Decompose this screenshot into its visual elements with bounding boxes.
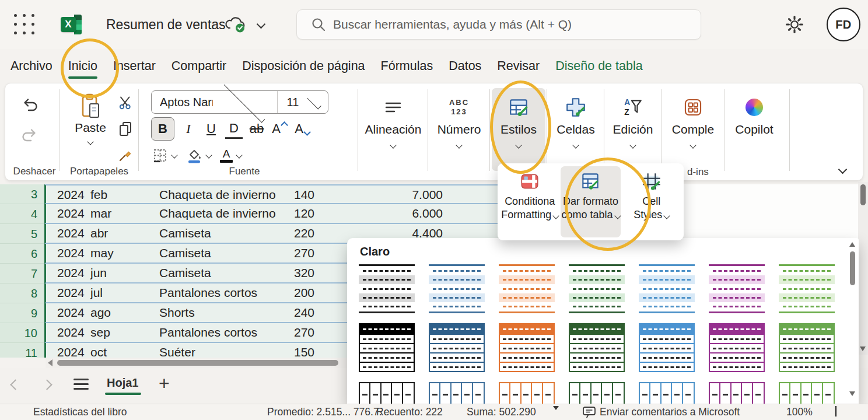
cell-price[interactable]: 7.000: [344, 186, 443, 204]
table-style-light-7[interactable]: [779, 264, 835, 313]
cell-product[interactable]: Camiseta: [159, 244, 211, 262]
table-style-medium-6[interactable]: [709, 323, 765, 372]
ribbon-tab-disposición-de-página[interactable]: Disposición de página: [242, 49, 365, 83]
cell-product[interactable]: Pantalones cortos: [159, 323, 257, 342]
workbook-statistics-button[interactable]: Estadísticas del libro: [33, 406, 127, 418]
row-header-3[interactable]: 3: [0, 184, 44, 204]
table-style-columns-4[interactable]: [569, 382, 625, 404]
add-sheet-button[interactable]: +: [159, 373, 170, 394]
sheet-row-cells[interactable]: 2024marChaqueta de invierno1206.000: [44, 204, 502, 224]
cell-qty[interactable]: 220: [256, 224, 314, 243]
paste-button[interactable]: Paste: [69, 93, 111, 144]
table-style-columns-2[interactable]: [429, 382, 485, 404]
italic-button[interactable]: I: [180, 118, 197, 140]
bold-button[interactable]: B: [151, 117, 174, 141]
gallery-scrollbar-thumb[interactable]: [850, 251, 855, 285]
font-color-button[interactable]: A: [220, 148, 242, 163]
cell-year[interactable]: 2024: [57, 343, 85, 358]
zoom-level[interactable]: 100%: [786, 406, 813, 418]
search-box[interactable]: [296, 9, 701, 40]
cell-year[interactable]: 2024: [57, 323, 85, 342]
scroll-left-arrow-icon[interactable]: [48, 359, 52, 366]
cell-month[interactable]: may: [90, 244, 114, 262]
ribbon-tab-fórmulas[interactable]: Fórmulas: [381, 49, 433, 83]
sheet-row-cells[interactable]: 2024febChaqueta de invierno1407.000: [44, 184, 502, 204]
table-style-light-5[interactable]: [639, 264, 695, 313]
font-name-select[interactable]: Aptos Narrow (Bo...: [152, 91, 278, 113]
scroll-up-arrow-icon[interactable]: [849, 242, 855, 247]
format-as-table-menu-item[interactable]: Dar formato como tabla: [561, 166, 620, 237]
cell-year[interactable]: 2024: [57, 284, 85, 302]
cell-product[interactable]: Camiseta: [159, 264, 211, 282]
redo-button-disabled[interactable]: [20, 127, 39, 144]
cell-year[interactable]: 2024: [57, 244, 85, 262]
editing-group-button[interactable]: A Z Edición: [606, 88, 660, 171]
table-style-light-2[interactable]: [429, 264, 485, 313]
cell-qty[interactable]: 270: [256, 244, 314, 262]
horizontal-scrollbar[interactable]: [46, 358, 347, 368]
settings-gear-icon[interactable]: [785, 15, 804, 36]
row-header-8[interactable]: 8: [0, 284, 44, 303]
underline-button[interactable]: U: [202, 118, 220, 140]
ribbon-tab-inicio[interactable]: Inicio: [68, 49, 97, 83]
cell-year[interactable]: 2024: [57, 204, 85, 223]
table-style-medium-7[interactable]: [779, 323, 835, 372]
copilot-button[interactable]: Copilot: [726, 88, 782, 171]
row-header-9[interactable]: 9: [0, 303, 44, 323]
cell-qty[interactable]: 140: [256, 186, 314, 204]
cell-qty[interactable]: 120: [256, 204, 314, 223]
cell-qty[interactable]: 200: [256, 284, 314, 302]
document-title[interactable]: Resumen de ventas: [106, 17, 226, 33]
table-style-columns-6[interactable]: [709, 382, 765, 404]
row-header-10[interactable]: 10: [0, 323, 44, 343]
borders-button[interactable]: [152, 148, 177, 163]
row-header-11[interactable]: 11: [0, 343, 44, 358]
format-painter-button[interactable]: [118, 148, 133, 165]
cell-month[interactable]: abr: [90, 224, 108, 243]
table-style-light-4[interactable]: [569, 264, 625, 313]
ribbon-tab-revisar[interactable]: Revisar: [497, 49, 540, 83]
title-dropdown-chevron-icon[interactable]: [257, 20, 266, 29]
cell-product[interactable]: Camiseta: [159, 224, 211, 243]
table-style-light-3[interactable]: [499, 264, 555, 313]
send-feedback-link[interactable]: Enviar comentarios a Microsoft: [600, 406, 740, 418]
cell-product[interactable]: Pantalones cortos: [159, 284, 257, 302]
status-count[interactable]: Recuento: 222: [376, 406, 443, 418]
table-style-columns-7[interactable]: [779, 382, 835, 404]
table-style-columns-3[interactable]: [499, 382, 555, 404]
table-style-columns-5[interactable]: [639, 382, 695, 404]
cells-group-button[interactable]: Celdas: [549, 88, 603, 171]
previous-sheet-chevron[interactable]: [10, 379, 20, 390]
cut-button[interactable]: [118, 95, 133, 113]
row-header-7[interactable]: 7: [0, 264, 44, 284]
ribbon-tab-diseño-de-tabla[interactable]: Diseño de tabla: [555, 49, 642, 83]
ribbon-collapse-chevron[interactable]: [838, 165, 848, 174]
styles-group-button[interactable]: Estilos: [492, 88, 545, 171]
table-style-medium-4[interactable]: [569, 323, 625, 372]
number-group-button[interactable]: ABC123 Número: [430, 88, 488, 171]
cell-product[interactable]: Suéter: [159, 343, 195, 358]
row-header-5[interactable]: 5: [0, 224, 44, 244]
cell-month[interactable]: sep: [90, 323, 110, 342]
cell-year[interactable]: 2024: [57, 264, 85, 282]
cell-price[interactable]: 6.000: [344, 204, 443, 223]
status-sum[interactable]: Suma: 502.290: [467, 406, 536, 418]
table-style-medium-5[interactable]: [639, 323, 695, 372]
table-style-light-1[interactable]: [359, 264, 415, 313]
all-sheets-menu-icon[interactable]: [74, 379, 89, 390]
cell-year[interactable]: 2024: [57, 224, 85, 243]
font-size-select[interactable]: 11: [278, 91, 328, 113]
conditional-formatting-menu-item[interactable]: Conditiona Formatting: [500, 166, 559, 237]
status-aggregates-dropdown-caret[interactable]: [553, 406, 559, 410]
increase-font-size-button[interactable]: A: [271, 118, 288, 140]
cell-year[interactable]: 2024: [57, 303, 85, 322]
cell-qty[interactable]: 150: [256, 343, 314, 358]
cell-month[interactable]: feb: [90, 186, 107, 204]
sheet-tab-hoja1[interactable]: Hoja1: [107, 376, 138, 390]
cell-month[interactable]: oct: [90, 343, 107, 358]
decrease-font-size-button[interactable]: A: [293, 118, 311, 140]
ribbon-tab-datos[interactable]: Datos: [449, 49, 481, 83]
undo-button[interactable]: [20, 96, 39, 114]
search-input[interactable]: [332, 10, 690, 38]
cell-month[interactable]: jul: [90, 284, 103, 302]
